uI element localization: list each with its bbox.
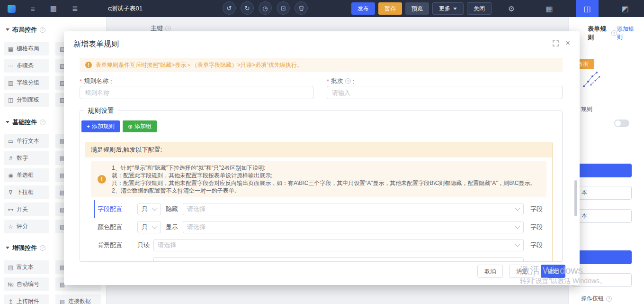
panel-plain-button[interactable] [572, 273, 632, 287]
settings-button[interactable]: ⚙ [492, 0, 530, 17]
form-rules-panel: 表单规则 ? 添加规则 数据 规则 本 本 操作按钮 ? [568, 17, 644, 304]
rich-text-icon: ▤ [8, 264, 14, 271]
control-label: 字段分组 [17, 79, 39, 87]
close-designer-button[interactable]: 关闭 [467, 2, 492, 15]
help-icon: ? [606, 296, 612, 302]
switch-icon: ⊶ [8, 206, 14, 213]
publish-button[interactable]: 发布 [351, 2, 375, 15]
plugin-button[interactable]: ◩ [606, 0, 644, 17]
panel-icon: ◫ [583, 4, 590, 13]
chevron-down-icon [515, 241, 520, 247]
menu-icon[interactable]: ≡ [31, 5, 35, 13]
control-item-grid-layout[interactable]: ▦栅格布局 [4, 42, 49, 55]
chevron-down-icon [515, 223, 520, 229]
box-icon: ⊡ [281, 5, 286, 12]
control-item-select[interactable]: ⊽下拉框 [4, 185, 49, 199]
add-rule-button[interactable]: + 添加规则 [81, 120, 120, 132]
select-placeholder: 请选择 [187, 205, 206, 213]
config-explanation-note: ! 1、针对“显示”和“隐藏”下拉选择的“就”和“只”2者区别如下说明: 就：配… [91, 161, 546, 197]
label-colon: : [110, 78, 112, 85]
control-label: 连接数据 [68, 297, 91, 304]
field-select[interactable]: 请选择 [153, 239, 524, 251]
database-icon[interactable]: ≣ [72, 4, 78, 13]
control-item-single-text[interactable]: ▭单行文本 [4, 134, 49, 148]
control-item-field-group[interactable]: ▥字段分组 [4, 76, 49, 90]
panel-button-text-fragment[interactable]: 本 [572, 209, 632, 223]
control-item-steps[interactable]: ⋯步骤条 [4, 59, 49, 73]
note-line: 就：配置此字段规则，其他未配置字段按表单设计原样输出展示; [112, 172, 536, 179]
dialog-header-icons: × [553, 40, 570, 46]
save-draft-button[interactable]: 暂存 [378, 2, 402, 15]
redo-button[interactable]: ↻ [241, 1, 254, 15]
field-select[interactable]: 请选择 [183, 221, 524, 233]
trigger-config-box: 满足规则后,触发以下配置: ! 1、针对“显示”和“隐藏”下拉选择的“就”和“只… [85, 142, 553, 262]
field-select[interactable] [153, 257, 524, 262]
control-item-switch[interactable]: ⊶开关 [4, 203, 49, 216]
section-title: 布局控件 [12, 26, 37, 34]
history-toolbar: ↺ ↻ ◷ ⊡ [223, 1, 308, 15]
number-icon: # [8, 155, 14, 162]
action-label: 显示 [166, 223, 178, 231]
app-logo-icon[interactable] [8, 5, 16, 13]
note-line: 只：配置此字段规则，其他未配置字段会对应反向输出页面展示，如：有A\B\C三个字… [112, 179, 536, 187]
mode-select[interactable]: 只 [137, 221, 161, 233]
control-item-connect-data[interactable]: ▧连接数据 [55, 295, 101, 304]
rule-name-label-text: 规则名称 [84, 77, 108, 85]
control-label: 单选框 [17, 171, 34, 179]
tab-background-config[interactable]: 背景配置 [94, 236, 137, 254]
apps-icon[interactable]: ▦ [50, 4, 57, 13]
close-icon[interactable]: × [565, 40, 570, 46]
note-line: 2、清空数据的配置暂不支持清空一对一的子表单。 [112, 187, 536, 194]
warning-icon: ! [98, 175, 106, 184]
control-item-auto-number[interactable]: №自动编号 [4, 277, 49, 291]
add-rule-link[interactable]: 添加规则 [617, 25, 637, 41]
more-button[interactable]: 更多 [432, 2, 464, 15]
cancel-label: 取消 [484, 267, 496, 276]
chevron-down-icon [515, 205, 520, 211]
action-label: 只读 [137, 241, 150, 249]
rules-panel-title: 表单规则 ? [588, 25, 617, 42]
panel-primary-button[interactable] [572, 250, 632, 264]
dialog-scrollbar-thumb[interactable] [574, 180, 577, 216]
control-item-upload[interactable]: ↥上传附件 [4, 295, 49, 304]
button-fragment-label: 本 [581, 212, 587, 220]
control-label: 富文本 [17, 263, 34, 271]
control-label: 自动编号 [17, 280, 39, 288]
cancel-button[interactable]: 取消 [477, 265, 503, 278]
help-icon: ? [40, 245, 45, 251]
confirm-button[interactable]: 确定 [541, 265, 565, 278]
star-icon: ☆ [8, 223, 14, 230]
add-group-button[interactable]: ⊕ 添加组 [123, 120, 157, 132]
dialog-title: 新增表单规则 [73, 39, 119, 49]
control-item-radio[interactable]: ◉单选框 [4, 168, 49, 182]
clear-button[interactable]: 清空 [509, 265, 535, 278]
control-label: 开关 [17, 205, 28, 213]
preview-button[interactable]: 预览 [405, 2, 429, 15]
rules-title-text: 表单规则 [588, 25, 609, 42]
delete-button[interactable] [295, 1, 308, 15]
undo-button[interactable]: ↺ [223, 1, 236, 15]
clear-button[interactable]: ⊡ [277, 1, 290, 15]
control-item-rich-text[interactable]: ▤富文本 [4, 260, 49, 274]
control-label: 下拉框 [17, 188, 34, 196]
history-button[interactable]: ◷ [259, 1, 272, 15]
mode-select[interactable]: 只 [137, 203, 161, 215]
control-item-number[interactable]: #数字 [4, 151, 49, 165]
control-item-split-panel[interactable]: ◫分割面板 [4, 93, 49, 107]
batch-input[interactable] [327, 86, 563, 99]
panel-button-text-fragment[interactable]: 本 [572, 186, 632, 200]
tab-field-config[interactable]: 字段配置 [94, 200, 137, 218]
panel-primary-button[interactable] [572, 164, 632, 177]
rules-panel-header: 表单规则 ? 添加规则 [569, 17, 644, 42]
fullscreen-icon[interactable] [553, 40, 559, 46]
field-select[interactable]: 请选择 [183, 203, 524, 215]
more-label: 更多 [439, 5, 450, 13]
components-button[interactable]: ▦ [530, 0, 568, 17]
rule-toggle[interactable] [614, 120, 629, 127]
rule-name-input[interactable] [80, 86, 313, 99]
control-item-rating[interactable]: ☆评分 [4, 220, 49, 233]
panel-button-active[interactable]: ◫ [576, 0, 599, 17]
field-suffix-label: 字段 [530, 223, 544, 231]
tab-color-config[interactable]: 颜色配置 [94, 218, 137, 236]
scatter-decoration-icon [581, 69, 603, 90]
